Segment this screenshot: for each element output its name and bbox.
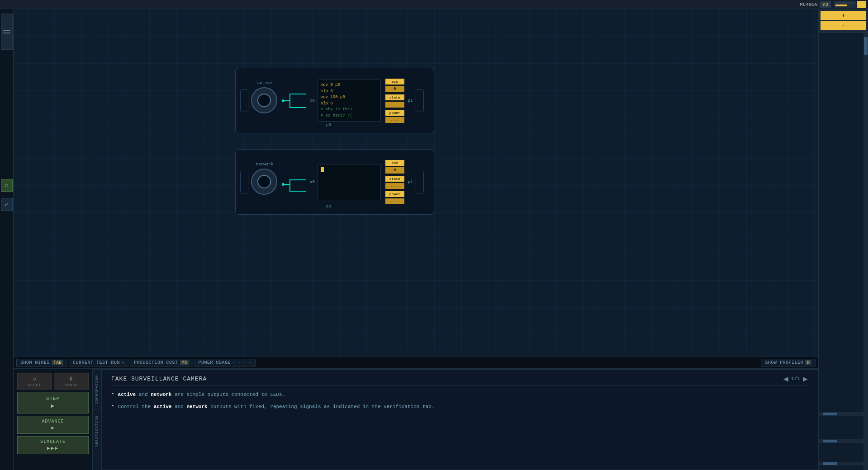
module-network[interactable]: network x0 [235,149,434,215]
code-comment-1: # why is this [321,107,378,113]
code-line-1: mov 0 p0 [321,82,378,89]
advance-icon: ▶ [51,425,55,431]
show-profiler-label: SHOW PROFILER [765,360,803,365]
reg-power-value: ---- [385,117,404,123]
simulate-icon: ▶▶▶ [47,445,59,451]
pause-label: PAUSE [65,383,78,387]
production-cost-label: PRODUCTION COST [134,360,178,365]
current-test-run-value: - [122,360,124,365]
module-network-component: network [251,169,278,196]
svg-point-1 [282,183,285,186]
left-panel-section1 [1,14,13,50]
undo-button[interactable]: ↩ [1,198,13,211]
reg-acc-label: acc [385,79,404,85]
model-label: MC4000 [800,2,818,7]
reg2-state-label: state [385,176,404,182]
power-usage-dashes: - - - - [232,360,251,365]
current-test-run-btn[interactable]: CURRENT TEST RUN - [69,359,128,367]
canvas-area: active x0 [14,9,818,357]
pause-button[interactable]: ⏸ PAUSE [54,373,89,390]
module-active-component: active [251,87,278,114]
bullet-text-1: active and network are simple outputs co… [118,391,285,399]
tab-information[interactable]: INFORMATION [93,369,101,409]
cursor-blink [321,167,324,172]
show-profiler-key: R [805,360,811,365]
bottom-panel: ↺ RESET ⏸ PAUSE STEP ▶ [14,368,818,470]
bottom-toolbar: SHOW WIRES TAB CURRENT TEST RUN - PRODUC… [14,357,818,368]
reset-label: RESET [28,383,41,387]
module-network-label: network [256,162,273,167]
module-active-code[interactable]: mov 0 p0 slp 6 mov 100 p0 slp 6 # why is… [318,80,381,122]
reg-state-value: ---- [385,102,404,108]
info-panel: FAKE SURVEILLANCE CAMERA ◀ 1/1 ▶ • [102,369,818,470]
right-panel-scrollable [819,33,868,470]
port-p0-label-2: p0 [326,204,331,209]
show-profiler-btn[interactable]: SHOW PROFILER R [761,359,816,367]
show-wires-label: SHOW WIRES [20,360,50,365]
step-button[interactable]: STEP ▶ [17,392,89,414]
simulate-label: SIMULATE [40,439,66,444]
port-p0-label-1: p0 [326,123,331,127]
reg2-acc-value: 0 [385,167,404,174]
reg2-state-value: ---- [385,183,404,189]
reg-acc-value: 0 [385,86,404,92]
page-nav: ◀ 1/1 ▶ [783,375,809,382]
production-cost-value: ¥6 [180,360,189,365]
reg2-power-value: ---- [385,198,404,204]
home-button[interactable]: ⌂ [1,179,13,192]
reg2-power-label: power [385,191,404,197]
top-bar: MC4000 ¥3 [0,0,868,9]
code-comment-2: # so hard? :( [321,113,378,119]
info-panel-header: FAKE SURVEILLANCE CAMERA ◀ 1/1 ▶ [111,375,809,385]
right-panel-controls: + − [819,9,868,33]
port-p1-label-1: p1 [408,99,413,103]
step-label: STEP [46,396,60,401]
info-bullet-2: • Control the active and network outputs… [111,403,809,411]
step-icon: ▶ [51,402,55,409]
reset-icon: ↺ [33,376,36,382]
show-wires-btn[interactable]: SHOW WIRES TAB [16,359,67,367]
pause-icon: ⏸ [68,376,74,382]
module-active-wires [281,87,308,114]
production-cost-btn[interactable]: PRODUCTION COST ¥6 [130,359,193,367]
code-line-3: mov 100 p0 [321,94,378,101]
right-panel: + − [818,9,868,470]
side-tabs: INFORMATION VERIFICATION [93,369,102,470]
current-test-run-label: CURRENT TEST RUN [73,360,120,365]
module-network-wires [281,169,308,196]
page-number: 1/1 [791,376,800,381]
reg2-acc-label: acc [385,160,404,166]
info-title: FAKE SURVEILLANCE CAMERA [111,376,207,382]
module-network-registers: acc 0 state ---- power ---- [385,160,404,204]
page-prev-button[interactable]: ◀ [783,375,789,382]
port-x0-label: x0 [310,99,315,103]
advance-label: ADVANCE [42,419,64,424]
code-line-2: slp 6 [321,89,378,95]
port-x0-label-2: x0 [310,180,315,184]
module-active[interactable]: active x0 [235,68,434,133]
simulate-button[interactable]: SIMULATE ▶▶▶ [17,436,89,454]
tab-verification[interactable]: VERIFICATION [93,409,101,452]
currency-value: ¥3 [820,1,831,8]
right-panel-btn-minus[interactable]: − [821,21,866,30]
bullet-marker-2: • [111,403,114,409]
info-bullet-1: • active and network are simple outputs … [111,391,809,399]
module-network-code[interactable] [318,164,381,200]
bullet-marker-1: • [111,391,114,396]
right-panel-btn-plus[interactable]: + [821,11,866,20]
power-usage-btn[interactable]: POWER USAGE - - - - [194,359,256,367]
reg-state-label: state [385,94,404,100]
right-v-scrollbar[interactable] [863,33,868,470]
bullet-text-2: Control the active and network outputs w… [118,403,435,411]
svg-point-0 [282,99,285,102]
port-p1-label-2: p1 [408,180,413,184]
left-nav-panel: ⌂ ↩ [0,9,14,470]
reset-button[interactable]: ↺ RESET [17,373,52,390]
controls-panel: ↺ RESET ⏸ PAUSE STEP ▶ [14,369,93,470]
page-next-button[interactable]: ▶ [802,375,809,382]
show-wires-key: TAB [52,360,63,365]
module-active-registers: acc 0 state ---- power ---- [385,79,404,123]
advance-button[interactable]: ADVANCE ▶ [17,416,89,434]
code-line-4: slp 6 [321,101,378,107]
power-usage-label: POWER USAGE [199,360,231,365]
